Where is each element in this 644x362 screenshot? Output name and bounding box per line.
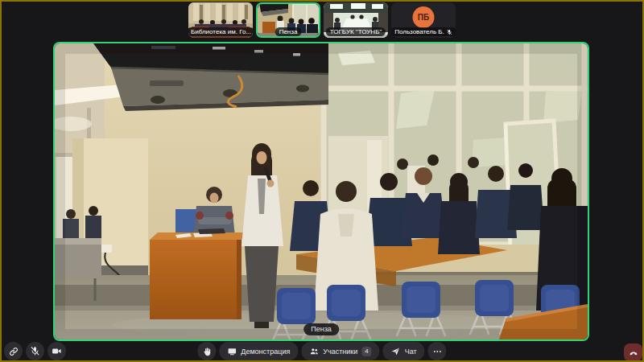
participant-name-label: Пенза [275, 27, 302, 36]
participants-label: Участники [323, 348, 357, 356]
camera-icon [52, 346, 62, 356]
toolbar-left [4, 342, 66, 360]
link-icon [9, 347, 19, 356]
share-screen-label: Демонстрация [241, 348, 290, 356]
raise-hand-button[interactable] [197, 342, 216, 360]
mic-muted-icon [30, 346, 40, 356]
participants-button[interactable]: Участники 4 [301, 342, 379, 360]
invite-link-button[interactable] [4, 342, 23, 360]
share-screen-button[interactable]: Демонстрация [219, 342, 298, 360]
participant-name-label: Библиотека им. Го... [188, 27, 253, 36]
participant-thumbnail-penza[interactable]: Пенза [256, 2, 320, 38]
participant-name-label: Пользователь Б. [391, 27, 456, 36]
more-options-button[interactable] [428, 342, 447, 360]
chat-button[interactable]: Чат [383, 342, 425, 360]
participant-name: Пользователь Б. [394, 27, 444, 36]
participants-icon [309, 347, 319, 356]
leave-call-button[interactable] [624, 343, 642, 361]
avatar: ПБ [413, 6, 435, 28]
mic-muted-icon [446, 29, 452, 35]
participant-name: ТОГБУК "ТОУНБ" [330, 27, 382, 36]
main-video-feed [55, 43, 588, 339]
camera-button[interactable] [47, 342, 66, 360]
participant-name: Библиотека им. Го... [191, 27, 251, 36]
participants-filmstrip: Библиотека им. Го... [0, 2, 644, 38]
toolbar-center: Демонстрация Участники 4 Чат [197, 342, 446, 360]
chat-label: Чат [405, 348, 417, 356]
main-video-tile[interactable]: Пенза [55, 43, 588, 339]
participant-thumbnail-tounb[interactable]: ТОГБУК "ТОУНБ" [324, 2, 388, 38]
raise-hand-icon [202, 347, 212, 356]
video-call-window: Библиотека им. Го... [0, 0, 644, 362]
participant-thumbnail-library[interactable]: Библиотека им. Го... [188, 2, 253, 38]
chat-send-icon [391, 347, 401, 356]
more-dots-icon [432, 347, 442, 356]
microphone-button[interactable] [26, 342, 44, 360]
share-screen-icon [227, 347, 237, 356]
participant-name-label: ТОГБУК "ТОУНБ" [326, 27, 386, 36]
active-speaker-label: Пенза [303, 323, 339, 335]
phone-hangup-icon [628, 347, 639, 358]
participant-thumbnail-user-b[interactable]: ПБ Пользователь Б. [391, 2, 456, 38]
participant-name: Пенза [279, 27, 298, 36]
participants-count-badge: 4 [361, 347, 371, 356]
